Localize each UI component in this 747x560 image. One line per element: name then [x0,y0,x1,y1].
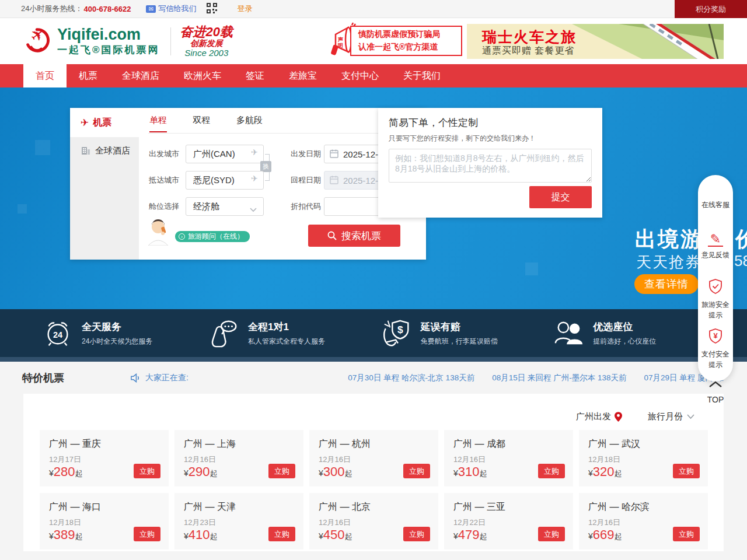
chevron-down-icon [250,204,257,215]
logo-cn: 一起飞®国际机票网 [57,43,160,57]
svg-text:声: 声 [337,37,343,43]
submit-button[interactable]: 提交 [529,186,592,208]
calendar-icon [330,176,338,187]
pencil-icon: ✎ [708,233,723,247]
svg-text:¥: ¥ [713,331,718,340]
deal-price: ¥310起 [453,464,487,480]
deal-route: 广州 — 天津 [184,501,294,513]
origin-filter[interactable]: 广州出发 [576,411,622,422]
chevron-up-icon [707,379,724,391]
back-to-top-button[interactable]: TOP [707,379,724,406]
trending-label-text: 大家正在查: [145,373,189,383]
logo-text: Yiqifei.com 一起飞®国际机票网 [57,27,160,57]
buy-now-button[interactable]: 立购 [134,464,160,478]
feature-delay-compensation: $ 延误有赔 免费航班，行李延误赔偿 [381,317,498,349]
anti-fraud-notice-banner[interactable]: 慎防机票虚假预订骗局 认准一起飞®官方渠道 [350,26,462,56]
deal-card[interactable]: 广州 — 上海 12月16日 ¥290起 立购 [174,430,303,487]
trending-searches: 07月30日 单程 哈尔滨-北京 138天前 08月15日 来回程 广州-墨尔本… [348,373,724,383]
deal-card[interactable]: 广州 — 海口 12月18日 ¥389起 立购 [40,493,169,550]
calendar-icon [330,149,338,160]
nav-item-about[interactable]: 关于我们 [391,64,453,88]
tab-hotels[interactable]: 全球酒店 [70,137,139,164]
nav-item-payment[interactable]: 支付中心 [329,64,391,88]
buy-now-button[interactable]: 立购 [403,527,430,541]
deal-card[interactable]: 广州 — 北京 12月16日 ¥450起 立购 [309,493,438,550]
notice-line2: 认准一起飞®官方渠道 [358,41,461,54]
buy-now-button[interactable]: 立购 [538,527,565,541]
tab-flights[interactable]: ✈ 机票 [70,108,139,137]
trip-tab-oneway[interactable]: 单程 [149,115,167,132]
deal-route: 广州 — 哈尔滨 [588,501,699,513]
deal-route: 广州 — 成都 [453,438,564,450]
plane-icon: ✈ [251,174,258,183]
online-service-link[interactable]: 在线客服 [701,200,729,210]
buy-now-button[interactable]: 立购 [403,464,430,478]
custom-order-title: 简易下单，个性定制 [389,116,592,130]
search-vertical-tabs: ✈ 机票 全球酒店 [70,108,139,260]
search-flights-button[interactable]: 搜索机票 [308,225,400,247]
deal-card[interactable]: 广州 — 三亚 12月22日 ¥479起 立购 [444,493,573,550]
trip-tab-multicity[interactable]: 多航段 [236,115,263,131]
promo-headline-tail: 价 [735,225,747,254]
hotel-icon [81,145,91,156]
slogan-line1: 奋进20载 [180,25,233,39]
write-us-link[interactable]: ✉ 写信给我们 [146,4,196,14]
site-logo[interactable]: ✈ Yiqifei.com 一起飞®国际机票网 奋进20载 创新发展 Since… [22,24,233,59]
return-date-label: 回程日期 [291,171,321,190]
cabin-label: 舱位选择 [149,197,179,216]
deals-filter-row: 广州出发 旅行月份 [576,411,694,422]
main-nav: 首页 机票 全球酒店 欧洲火车 签证 差旅宝 支付中心 关于我们 [0,64,747,88]
deal-card[interactable]: 广州 — 武汉 12月18日 ¥320起 立购 [579,430,708,487]
deal-card[interactable]: 广州 — 重庆 12月17日 ¥280起 立购 [40,430,169,487]
travel-month-filter[interactable]: 旅行月份 [648,411,694,422]
travel-consultant-button[interactable]: ›旅游顾问（在线） [175,231,250,242]
nav-item-eu-trains[interactable]: 欧洲火车 [172,64,233,88]
features-bar: 24 全天服务 24小时全天候为您服务 全程1对1 私人管家式全程专人服务 $ … [0,309,747,357]
hero-section: ✈ 机票 全球酒店 单程 双程 多航段 出发城市 ✈ 出发日期 [0,88,747,309]
payment-safety-link[interactable]: ¥ 支付安全提示 [700,328,731,370]
qr-code-icon[interactable] [207,3,217,15]
trending-item[interactable]: 07月30日 单程 哈尔滨-北京 138天前 [348,373,474,383]
site-header: ✈ Yiqifei.com 一起飞®国际机票网 奋进20载 创新发展 Since… [0,18,747,64]
buy-now-button[interactable]: 立购 [268,464,295,478]
deal-price: ¥300起 [319,464,352,480]
custom-order-textarea[interactable] [389,149,592,183]
shield-check-icon [700,279,731,297]
deal-card[interactable]: 广州 — 天津 12月23日 ¥410起 立购 [174,493,303,550]
deal-card[interactable]: 广州 — 杭州 12月16日 ¥300起 立购 [309,430,438,487]
nav-item-flights[interactable]: 机票 [67,64,110,88]
buy-now-button[interactable]: 立购 [538,464,565,478]
deal-card[interactable]: 广州 — 哈尔滨 12月16日 ¥669起 立购 [579,493,708,550]
buy-now-button[interactable]: 立购 [134,527,160,541]
login-link[interactable]: 登录 [237,4,252,14]
buy-now-button[interactable]: 立购 [673,464,700,478]
travel-safety-link[interactable]: 旅游安全提示 [700,279,731,320]
nav-item-visa[interactable]: 签证 [233,64,277,88]
view-details-button[interactable]: 查看详情 [634,274,699,294]
deal-price: ¥669起 [588,527,622,542]
floating-side-nav: 在线客服 ✎ 意见反馈 旅游安全提示 ¥ 支付安全提示 TOP [698,175,733,382]
nav-item-hotels[interactable]: 全球酒店 [110,64,172,88]
flight-search-panel: ✈ 机票 全球酒店 单程 双程 多航段 出发城市 ✈ 出发日期 [70,108,426,260]
search-icon [327,231,337,240]
depart-city-label: 出发城市 [149,145,179,163]
buy-now-button[interactable]: 立购 [673,527,700,541]
trending-item[interactable]: 08月15日 来回程 广州-墨尔本 138天前 [492,373,626,383]
deal-price: ¥389起 [49,527,83,542]
deal-cards-row-2: 广州 — 海口 12月18日 ¥389起 立购 广州 — 天津 12月23日 ¥… [40,493,708,550]
feedback-link[interactable]: ✎ 意见反馈 [701,233,729,260]
swiss-train-promo-banner[interactable]: 瑞士火车之旅 通票买即赠 套餐更省 [467,24,724,59]
logo-en: Yiqifei.com [57,27,160,42]
slogan-line2: 创新发展 [180,39,233,48]
hero-decor [18,204,27,214]
nav-item-biz-travel[interactable]: 差旅宝 [277,64,329,88]
buy-now-button[interactable]: 立购 [268,527,295,541]
trip-tab-roundtrip[interactable]: 双程 [193,115,210,131]
concierge-chat-icon [208,317,240,349]
deal-card[interactable]: 广州 — 成都 12月16日 ¥310起 立购 [444,430,573,487]
chevron-right-icon: › [179,233,185,240]
nav-item-home[interactable]: 首页 [23,64,67,88]
trending-label: 大家正在查: [131,373,189,383]
notice-line1: 慎防机票虚假预订骗局 [358,28,461,41]
rewards-button[interactable]: 积分奖励 [675,0,747,18]
